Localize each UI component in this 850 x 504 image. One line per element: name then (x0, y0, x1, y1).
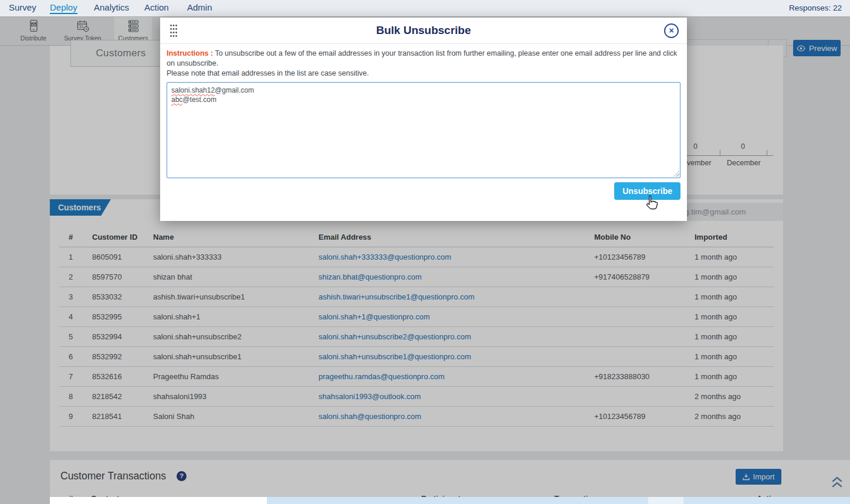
close-icon[interactable]: × (664, 23, 679, 38)
top-nav: Survey Deploy Analytics Action Admin Res… (0, 0, 850, 16)
nav-item-admin[interactable]: Admin (187, 2, 212, 12)
drag-handle-icon[interactable] (170, 24, 178, 40)
instructions-body: To unsubscribe out a few of the email ad… (167, 49, 677, 67)
nav-item-survey[interactable]: Survey (9, 2, 36, 12)
instructions-text: Instructions : To unsubscribe out a few … (167, 49, 680, 68)
modal-title: Bulk Unsubscribe (160, 18, 687, 43)
nav-item-analytics[interactable]: Analytics (94, 2, 129, 12)
modal-header: Bulk Unsubscribe × (160, 18, 687, 44)
bulk-unsubscribe-modal: Bulk Unsubscribe × Instructions : To uns… (160, 18, 687, 221)
nav-item-action[interactable]: Action (144, 2, 169, 12)
modal-body: Instructions : To unsubscribe out a few … (160, 44, 687, 178)
unsubscribe-button[interactable]: Unsubscribe (614, 182, 680, 200)
case-sensitive-note: Please note that email addresses in the … (167, 69, 680, 79)
partial-row-highlight (683, 497, 850, 504)
responses-count: Responses: 22 (789, 4, 842, 12)
partial-row-highlight (648, 497, 683, 504)
bulk-email-textarea[interactable]: saloni.shah12@gmail.comabc@test.com (167, 82, 680, 178)
partial-row-highlight (267, 497, 648, 504)
resize-handle[interactable] (673, 171, 679, 177)
email-line: saloni.shah12@gmail.com (171, 86, 676, 95)
nav-item-deploy[interactable]: Deploy (50, 2, 77, 14)
partial-row (50, 497, 267, 504)
email-line: abc@test.com (171, 95, 676, 104)
instructions-label: Instructions : (167, 49, 213, 57)
